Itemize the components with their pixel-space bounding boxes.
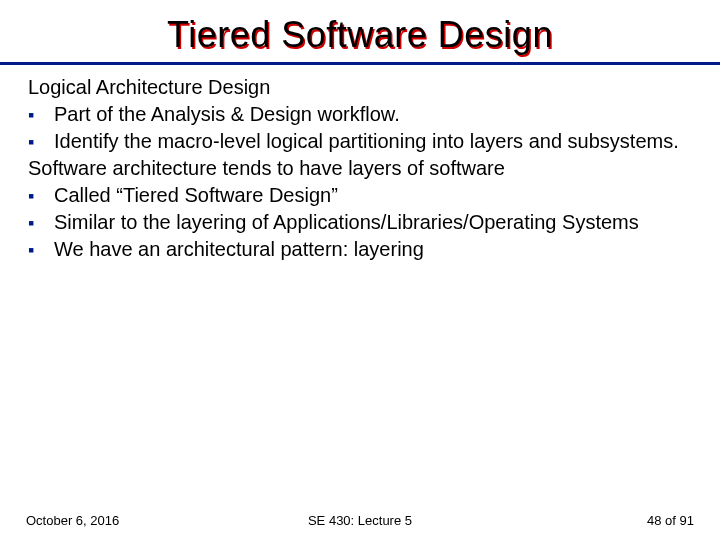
bullet-item: ▪ Called “Tiered Software Design” [28, 183, 692, 208]
footer-page: 48 of 91 [647, 513, 694, 528]
section-label: Software architecture tends to have laye… [28, 156, 692, 181]
bullet-icon: ▪ [28, 210, 54, 235]
section-label: Logical Architecture Design [28, 75, 692, 100]
bullet-item: ▪ We have an architectural pattern: laye… [28, 237, 692, 262]
bullet-text: Similar to the layering of Applications/… [54, 210, 692, 235]
bullet-text: Part of the Analysis & Design workflow. [54, 102, 692, 127]
bullet-icon: ▪ [28, 237, 54, 262]
footer-course: SE 430: Lecture 5 [26, 513, 694, 528]
bullet-text: Called “Tiered Software Design” [54, 183, 692, 208]
bullet-icon: ▪ [28, 183, 54, 208]
bullet-icon: ▪ [28, 102, 54, 127]
bullet-item: ▪ Identify the macro-level logical parti… [28, 129, 692, 154]
bullet-item: ▪ Similar to the layering of Application… [28, 210, 692, 235]
slide-footer: October 6, 2016 SE 430: Lecture 5 48 of … [0, 513, 720, 528]
bullet-icon: ▪ [28, 129, 54, 154]
footer-date: October 6, 2016 [26, 513, 119, 528]
slide-content: Logical Architecture Design ▪ Part of th… [0, 65, 720, 262]
slide-title: Tiered Software Design [0, 14, 720, 62]
bullet-text: Identify the macro-level logical partiti… [54, 129, 692, 154]
slide: Tiered Software Design Logical Architect… [0, 0, 720, 540]
bullet-item: ▪ Part of the Analysis & Design workflow… [28, 102, 692, 127]
bullet-text: We have an architectural pattern: layeri… [54, 237, 692, 262]
